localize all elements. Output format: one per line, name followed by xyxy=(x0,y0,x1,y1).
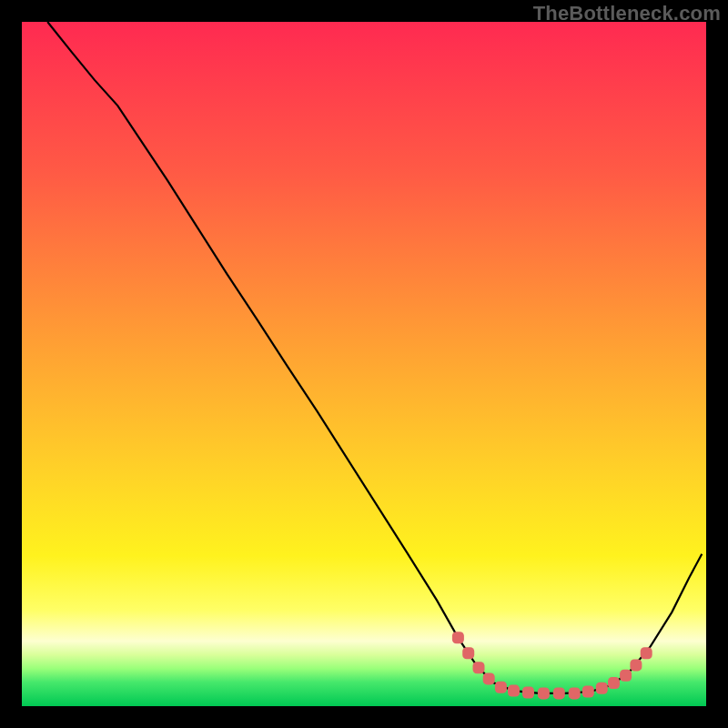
optimal-marker xyxy=(641,647,652,659)
gradient-background xyxy=(22,22,706,706)
optimal-marker xyxy=(620,670,632,682)
optimal-marker xyxy=(538,687,550,699)
optimal-marker xyxy=(483,672,495,684)
optimal-marker xyxy=(596,682,608,694)
optimal-marker xyxy=(495,682,507,693)
optimal-marker xyxy=(582,686,594,698)
optimal-marker xyxy=(569,687,581,699)
optimal-marker xyxy=(473,662,485,673)
optimal-marker xyxy=(608,677,620,689)
chart-canvas xyxy=(0,0,728,728)
optimal-marker xyxy=(462,647,474,659)
optimal-marker xyxy=(508,685,520,697)
optimal-marker xyxy=(630,659,642,671)
optimal-marker xyxy=(452,632,464,643)
bottleneck-chart: TheBottleneck.com xyxy=(0,0,728,728)
optimal-marker xyxy=(553,687,565,699)
watermark-text: TheBottleneck.com xyxy=(533,2,721,25)
optimal-marker xyxy=(522,687,534,699)
